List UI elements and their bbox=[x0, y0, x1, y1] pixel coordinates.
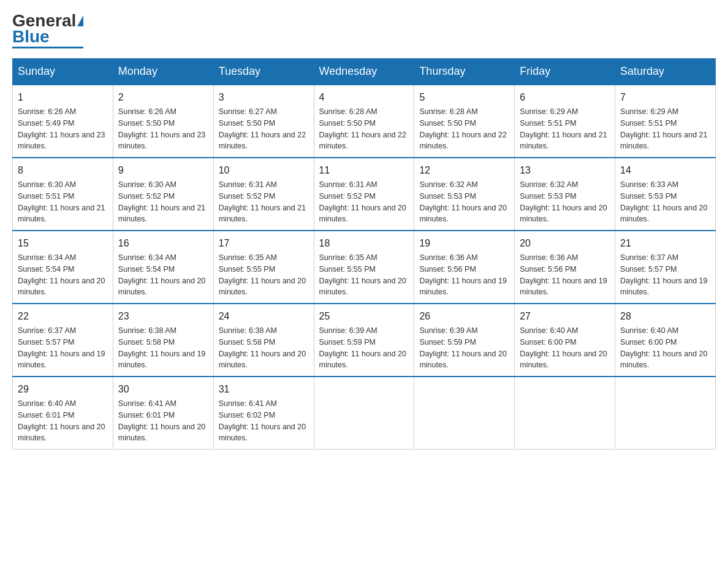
calendar-day-cell: 23Sunrise: 6:38 AMSunset: 5:58 PMDayligh… bbox=[113, 304, 213, 377]
logo: General Blue bbox=[12, 12, 83, 48]
day-number: 22 bbox=[18, 309, 108, 324]
calendar-week-row: 1Sunrise: 6:26 AMSunset: 5:49 PMDaylight… bbox=[13, 85, 716, 158]
day-number: 30 bbox=[118, 382, 208, 397]
day-number: 19 bbox=[419, 236, 509, 251]
page-header: General Blue bbox=[12, 12, 716, 48]
day-number: 26 bbox=[419, 309, 509, 324]
calendar-day-cell bbox=[314, 377, 414, 450]
day-of-week-header: Thursday bbox=[414, 59, 515, 85]
day-number: 3 bbox=[219, 90, 309, 105]
day-number: 23 bbox=[118, 309, 208, 324]
calendar-day-cell: 27Sunrise: 6:40 AMSunset: 6:00 PMDayligh… bbox=[515, 304, 615, 377]
day-number: 29 bbox=[18, 382, 108, 397]
day-number: 9 bbox=[118, 163, 208, 178]
calendar-day-cell: 28Sunrise: 6:40 AMSunset: 6:00 PMDayligh… bbox=[615, 304, 716, 377]
day-number: 8 bbox=[18, 163, 108, 178]
day-number: 5 bbox=[419, 90, 509, 105]
day-number: 20 bbox=[520, 236, 610, 251]
day-of-week-header: Friday bbox=[515, 59, 615, 85]
day-number: 21 bbox=[620, 236, 710, 251]
calendar-header-row: SundayMondayTuesdayWednesdayThursdayFrid… bbox=[13, 59, 716, 85]
calendar-day-cell: 11Sunrise: 6:31 AMSunset: 5:52 PMDayligh… bbox=[314, 158, 414, 231]
day-number: 17 bbox=[219, 236, 309, 251]
day-number: 31 bbox=[219, 382, 309, 397]
calendar-day-cell: 29Sunrise: 6:40 AMSunset: 6:01 PMDayligh… bbox=[13, 377, 113, 450]
day-number: 10 bbox=[219, 163, 309, 178]
calendar-day-cell: 31Sunrise: 6:41 AMSunset: 6:02 PMDayligh… bbox=[213, 377, 314, 450]
calendar-week-row: 8Sunrise: 6:30 AMSunset: 5:51 PMDaylight… bbox=[13, 158, 716, 231]
day-of-week-header: Monday bbox=[113, 59, 213, 85]
calendar-week-row: 15Sunrise: 6:34 AMSunset: 5:54 PMDayligh… bbox=[13, 231, 716, 304]
day-number: 18 bbox=[319, 236, 409, 251]
day-number: 7 bbox=[620, 90, 710, 105]
calendar-day-cell: 20Sunrise: 6:36 AMSunset: 5:56 PMDayligh… bbox=[515, 231, 615, 304]
calendar-day-cell: 9Sunrise: 6:30 AMSunset: 5:52 PMDaylight… bbox=[113, 158, 213, 231]
logo-blue-text: Blue bbox=[12, 28, 50, 45]
day-number: 12 bbox=[419, 163, 509, 178]
day-of-week-header: Saturday bbox=[615, 59, 716, 85]
calendar-day-cell bbox=[515, 377, 615, 450]
calendar-day-cell: 24Sunrise: 6:38 AMSunset: 5:58 PMDayligh… bbox=[213, 304, 314, 377]
calendar-day-cell: 19Sunrise: 6:36 AMSunset: 5:56 PMDayligh… bbox=[414, 231, 515, 304]
day-number: 4 bbox=[319, 90, 409, 105]
day-of-week-header: Sunday bbox=[13, 59, 113, 85]
calendar-table: SundayMondayTuesdayWednesdayThursdayFrid… bbox=[12, 58, 716, 450]
day-number: 15 bbox=[18, 236, 108, 251]
calendar-day-cell: 13Sunrise: 6:32 AMSunset: 5:53 PMDayligh… bbox=[515, 158, 615, 231]
calendar-day-cell: 18Sunrise: 6:35 AMSunset: 5:55 PMDayligh… bbox=[314, 231, 414, 304]
calendar-day-cell: 14Sunrise: 6:33 AMSunset: 5:53 PMDayligh… bbox=[615, 158, 716, 231]
day-number: 1 bbox=[18, 90, 108, 105]
day-number: 16 bbox=[118, 236, 208, 251]
calendar-day-cell: 15Sunrise: 6:34 AMSunset: 5:54 PMDayligh… bbox=[13, 231, 113, 304]
calendar-day-cell: 12Sunrise: 6:32 AMSunset: 5:53 PMDayligh… bbox=[414, 158, 515, 231]
day-number: 24 bbox=[219, 309, 309, 324]
calendar-day-cell: 17Sunrise: 6:35 AMSunset: 5:55 PMDayligh… bbox=[213, 231, 314, 304]
calendar-day-cell: 10Sunrise: 6:31 AMSunset: 5:52 PMDayligh… bbox=[213, 158, 314, 231]
calendar-week-row: 29Sunrise: 6:40 AMSunset: 6:01 PMDayligh… bbox=[13, 377, 716, 450]
calendar-day-cell: 2Sunrise: 6:26 AMSunset: 5:50 PMDaylight… bbox=[113, 85, 213, 158]
day-number: 27 bbox=[520, 309, 610, 324]
calendar-day-cell: 1Sunrise: 6:26 AMSunset: 5:49 PMDaylight… bbox=[13, 85, 113, 158]
calendar-day-cell: 16Sunrise: 6:34 AMSunset: 5:54 PMDayligh… bbox=[113, 231, 213, 304]
day-number: 25 bbox=[319, 309, 409, 324]
day-of-week-header: Wednesday bbox=[314, 59, 414, 85]
day-number: 6 bbox=[520, 90, 610, 105]
logo-triangle-icon bbox=[77, 15, 83, 26]
day-number: 11 bbox=[319, 163, 409, 178]
calendar-day-cell: 4Sunrise: 6:28 AMSunset: 5:50 PMDaylight… bbox=[314, 85, 414, 158]
calendar-day-cell: 6Sunrise: 6:29 AMSunset: 5:51 PMDaylight… bbox=[515, 85, 615, 158]
calendar-day-cell: 5Sunrise: 6:28 AMSunset: 5:50 PMDaylight… bbox=[414, 85, 515, 158]
calendar-day-cell: 21Sunrise: 6:37 AMSunset: 5:57 PMDayligh… bbox=[615, 231, 716, 304]
day-number: 13 bbox=[520, 163, 610, 178]
day-number: 28 bbox=[620, 309, 710, 324]
calendar-day-cell: 7Sunrise: 6:29 AMSunset: 5:51 PMDaylight… bbox=[615, 85, 716, 158]
calendar-day-cell: 26Sunrise: 6:39 AMSunset: 5:59 PMDayligh… bbox=[414, 304, 515, 377]
calendar-day-cell bbox=[615, 377, 716, 450]
calendar-day-cell: 25Sunrise: 6:39 AMSunset: 5:59 PMDayligh… bbox=[314, 304, 414, 377]
logo-underline bbox=[12, 47, 83, 48]
calendar-day-cell: 8Sunrise: 6:30 AMSunset: 5:51 PMDaylight… bbox=[13, 158, 113, 231]
calendar-day-cell bbox=[414, 377, 515, 450]
day-of-week-header: Tuesday bbox=[213, 59, 314, 85]
calendar-day-cell: 30Sunrise: 6:41 AMSunset: 6:01 PMDayligh… bbox=[113, 377, 213, 450]
day-number: 2 bbox=[118, 90, 208, 105]
calendar-week-row: 22Sunrise: 6:37 AMSunset: 5:57 PMDayligh… bbox=[13, 304, 716, 377]
calendar-day-cell: 22Sunrise: 6:37 AMSunset: 5:57 PMDayligh… bbox=[13, 304, 113, 377]
calendar-day-cell: 3Sunrise: 6:27 AMSunset: 5:50 PMDaylight… bbox=[213, 85, 314, 158]
day-number: 14 bbox=[620, 163, 710, 178]
